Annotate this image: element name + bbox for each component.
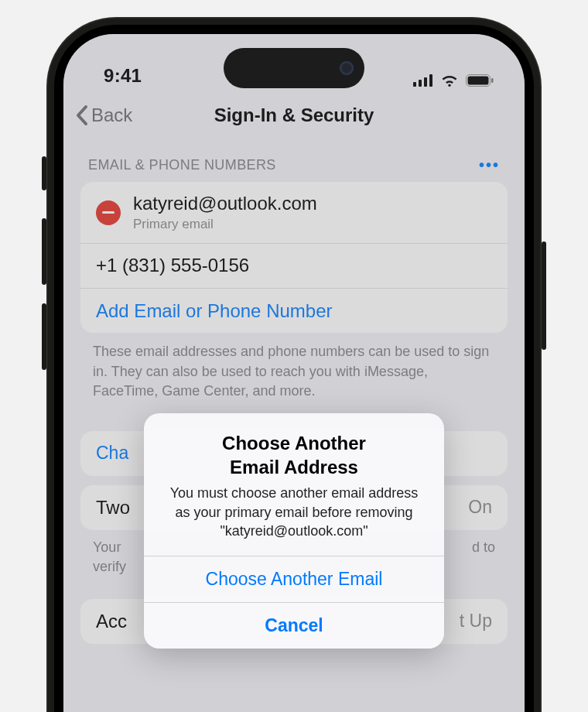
- alert-message: You must choose another email address as…: [162, 484, 426, 540]
- alert-title: Choose Another Email Address: [162, 432, 426, 479]
- alert-dialog: Choose Another Email Address You must ch…: [144, 413, 444, 649]
- phone-frame: 9:41 Back Sign-In & Security EMAIL & PHO…: [46, 17, 542, 712]
- alert-body: Choose Another Email Address You must ch…: [144, 413, 444, 556]
- choose-another-email-button[interactable]: Choose Another Email: [144, 556, 444, 602]
- screen: 9:41 Back Sign-In & Security EMAIL & PHO…: [63, 34, 525, 712]
- cancel-button[interactable]: Cancel: [144, 602, 444, 649]
